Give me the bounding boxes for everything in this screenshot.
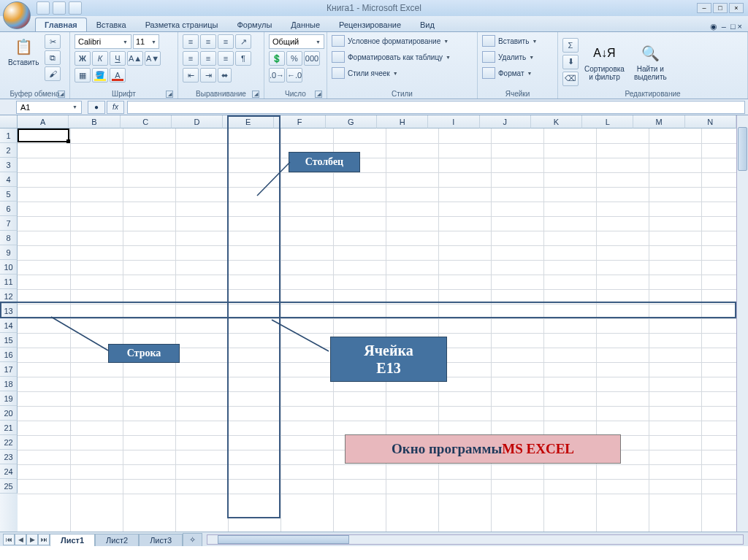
italic-button[interactable]: К bbox=[92, 51, 108, 66]
inc-decimal[interactable]: .0→ bbox=[269, 68, 285, 83]
ribbon-min-icon[interactable]: – bbox=[722, 22, 726, 31]
wrap-text[interactable]: ¶ bbox=[235, 51, 251, 66]
tab-view[interactable]: Вид bbox=[411, 18, 444, 31]
row-header-19[interactable]: 19 bbox=[0, 391, 18, 406]
sort-filter-button[interactable]: А↓Я Сортировка и фильтр bbox=[581, 41, 628, 83]
align-center[interactable]: ≡ bbox=[200, 51, 216, 66]
sheet-nav-next[interactable]: ▶ bbox=[26, 534, 38, 545]
sheet-tab-2[interactable]: Лист2 bbox=[95, 534, 139, 546]
row-header-3[interactable]: 3 bbox=[0, 158, 18, 172]
sheet-tab-1[interactable]: Лист1 bbox=[50, 534, 95, 546]
col-header-N[interactable]: N bbox=[685, 115, 736, 129]
align-left[interactable]: ≡ bbox=[183, 51, 199, 66]
border-button[interactable]: ▦ bbox=[75, 68, 91, 83]
underline-button[interactable]: Ч bbox=[110, 51, 126, 66]
align-right[interactable]: ≡ bbox=[218, 51, 234, 66]
font-name-combo[interactable]: Calibri▼ bbox=[75, 34, 131, 49]
qat-redo[interactable] bbox=[69, 1, 82, 15]
shrink-font-button[interactable]: A▼ bbox=[145, 51, 161, 66]
row-header-16[interactable]: 16 bbox=[0, 348, 18, 362]
sheet-nav-prev[interactable]: ◀ bbox=[15, 534, 26, 545]
active-cell[interactable] bbox=[18, 129, 69, 142]
sheet-tab-3[interactable]: Лист3 bbox=[139, 534, 183, 546]
bold-button[interactable]: Ж bbox=[75, 51, 91, 66]
dec-decimal[interactable]: ←.0 bbox=[286, 68, 302, 83]
horizontal-scrollbar[interactable] bbox=[207, 534, 744, 545]
tab-formulas[interactable]: Формулы bbox=[227, 18, 281, 31]
minimize-button[interactable]: – bbox=[697, 3, 711, 13]
row-header-11[interactable]: 11 bbox=[0, 275, 18, 289]
col-header-D[interactable]: D bbox=[172, 115, 223, 129]
merge-button[interactable]: ⬌ bbox=[218, 68, 232, 83]
tab-pagelayout[interactable]: Разметка страницы bbox=[136, 18, 228, 31]
grow-font-button[interactable]: A▲ bbox=[127, 51, 143, 66]
row-header-18[interactable]: 18 bbox=[0, 377, 18, 391]
ribbon-close-icon[interactable]: □ × bbox=[730, 22, 742, 31]
qat-save[interactable] bbox=[37, 1, 50, 15]
cell-styles[interactable]: Стили ячеек ▼ bbox=[332, 66, 451, 80]
close-button[interactable]: × bbox=[729, 3, 744, 13]
find-select-button[interactable]: 🔍 Найти и выделить bbox=[630, 41, 671, 83]
clear-button[interactable]: ⌫ bbox=[562, 72, 579, 86]
row-header-17[interactable]: 17 bbox=[0, 362, 18, 377]
row-header-8[interactable]: 8 bbox=[0, 231, 18, 245]
sheet-nav-last[interactable]: ⏭ bbox=[38, 534, 50, 545]
col-header-G[interactable]: G bbox=[326, 115, 377, 129]
tab-insert[interactable]: Вставка bbox=[87, 18, 136, 31]
fill-button[interactable]: ⬇ bbox=[562, 55, 579, 69]
conditional-formatting[interactable]: Условное форматирование ▼ bbox=[332, 34, 451, 47]
cells-area[interactable] bbox=[18, 129, 736, 532]
col-header-H[interactable]: H bbox=[377, 115, 428, 129]
help-icon[interactable]: ◉ bbox=[710, 22, 717, 31]
comma-button[interactable]: 000 bbox=[304, 51, 320, 66]
office-button[interactable] bbox=[3, 1, 31, 29]
fx-cancel[interactable]: ● bbox=[88, 101, 105, 114]
format-painter-button[interactable]: 🖌 bbox=[45, 66, 61, 81]
align-middle[interactable]: ≡ bbox=[200, 34, 216, 49]
font-color-button[interactable]: A bbox=[110, 68, 126, 83]
row-header-2[interactable]: 2 bbox=[0, 143, 18, 158]
autosum-button[interactable]: Σ bbox=[562, 38, 579, 53]
percent-button[interactable]: % bbox=[286, 51, 302, 66]
col-header-J[interactable]: J bbox=[480, 115, 531, 129]
row-header-15[interactable]: 15 bbox=[0, 333, 18, 348]
tab-data[interactable]: Данные bbox=[281, 18, 329, 31]
row-header-1[interactable]: 1 bbox=[0, 129, 18, 143]
tab-home[interactable]: Главная bbox=[35, 18, 87, 31]
row-header-14[interactable]: 14 bbox=[0, 318, 18, 333]
col-header-C[interactable]: C bbox=[121, 115, 172, 129]
row-header-4[interactable]: 4 bbox=[0, 172, 18, 187]
tab-review[interactable]: Рецензирование bbox=[329, 18, 411, 31]
format-as-table[interactable]: Форматировать как таблицу ▼ bbox=[332, 50, 451, 64]
formula-input[interactable] bbox=[127, 101, 745, 114]
sheet-nav-first[interactable]: ⏮ bbox=[3, 534, 15, 545]
row-header-5[interactable]: 5 bbox=[0, 187, 18, 202]
sheet-tab-new[interactable]: ✧ bbox=[183, 533, 202, 546]
fill-color-button[interactable]: 🪣 bbox=[92, 68, 108, 83]
align-bottom[interactable]: ≡ bbox=[218, 34, 234, 49]
col-header-B[interactable]: B bbox=[69, 115, 120, 129]
row-header-7[interactable]: 7 bbox=[0, 216, 18, 231]
row-header-22[interactable]: 22 bbox=[0, 435, 18, 450]
col-header-K[interactable]: K bbox=[531, 115, 582, 129]
number-format-combo[interactable]: Общий▼ bbox=[269, 34, 324, 49]
row-header-25[interactable]: 25 bbox=[0, 479, 18, 494]
col-header-A[interactable]: A bbox=[18, 115, 69, 129]
name-box[interactable]: A1▼ bbox=[16, 101, 82, 114]
hscroll-thumb[interactable] bbox=[218, 535, 349, 544]
font-size-combo[interactable]: 11▼ bbox=[133, 34, 159, 49]
indent[interactable]: ⇥ bbox=[200, 68, 216, 83]
align-top[interactable]: ≡ bbox=[183, 34, 199, 49]
fx-button[interactable]: fx bbox=[107, 101, 124, 114]
vertical-scrollbar[interactable] bbox=[736, 115, 748, 532]
select-all-corner[interactable] bbox=[0, 115, 18, 129]
col-header-F[interactable]: F bbox=[274, 115, 325, 129]
alignment-launcher[interactable]: ◢ bbox=[252, 91, 259, 98]
copy-button[interactable]: ⧉ bbox=[45, 50, 61, 65]
row-header-20[interactable]: 20 bbox=[0, 406, 18, 421]
qat-undo[interactable] bbox=[53, 1, 66, 15]
clipboard-launcher[interactable]: ◢ bbox=[58, 91, 65, 98]
number-launcher[interactable]: ◢ bbox=[315, 91, 322, 98]
row-header-9[interactable]: 9 bbox=[0, 245, 18, 260]
maximize-button[interactable]: □ bbox=[713, 3, 728, 13]
